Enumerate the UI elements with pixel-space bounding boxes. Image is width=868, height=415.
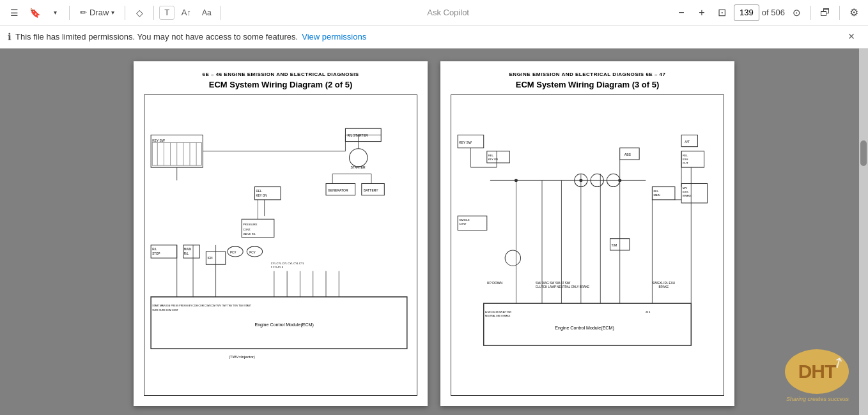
svg-text:1    2    3    4    5    6: 1 2 3 4 5 6 [271, 266, 284, 269]
divider-5 [810, 6, 811, 20]
svg-text:BATTERY: BATTERY [364, 188, 379, 192]
permission-bar: ℹ This file has limited permissions. You… [0, 26, 868, 49]
svg-text:REL.: REL. [653, 190, 659, 193]
svg-point-86 [505, 250, 520, 266]
page-right-header: ENGINE EMISSION AND ELECTRICAL DIAGNOSIS… [451, 72, 724, 77]
svg-text:BRAKE: BRAKE [683, 194, 692, 197]
draw-button[interactable]: ✏ Draw ▾ [75, 6, 120, 19]
svg-text:KEY ON: KEY ON [256, 194, 267, 197]
page-left-title: ECM System Wiring Diagram (2 of 5) [144, 80, 417, 89]
draw-label: Draw [89, 8, 109, 17]
share-icon[interactable]: 🗗 [816, 4, 834, 22]
svg-point-117 [515, 179, 518, 182]
svg-text:Engine Control Module(ECM): Engine Control Module(ECM) [555, 326, 614, 331]
svg-text:KEY SW: KEY SW [152, 139, 165, 142]
divider-2 [125, 6, 125, 20]
svg-text:START  MAIN   IGN  PRESS  PRES: START MAIN IGN PRESS PRESS KEY COM COM C… [152, 305, 252, 307]
pdf-page-right: ENGINE EMISSION AND ELECTRICAL DIAGNOSIS… [440, 61, 734, 406]
diagram-left: KEY SW R/L STARTER STARTER GENERATOR [144, 94, 417, 396]
svg-text:R/L: R/L [184, 252, 189, 255]
svg-rect-34 [183, 245, 199, 258]
svg-text:CYL CYL CYL CYL CYL CYL: CYL CYL CYL CYL CYL CYL [271, 262, 305, 265]
svg-text:VALVE R/L: VALVE R/L [243, 232, 256, 236]
watermark: DHT ↗ Sharing creates success [785, 349, 849, 402]
svg-text:EXH.: EXH. [683, 190, 688, 193]
zoom-in-button[interactable]: + [693, 4, 711, 22]
eraser-icon[interactable]: ◇ [130, 4, 148, 22]
find-icon[interactable]: ⊙ [787, 4, 805, 22]
svg-text:CLUTCH LAMP NEUTRAL ONLY BRAKE: CLUTCH LAMP NEUTRAL ONLY BRAKE [536, 285, 589, 289]
svg-text:12  20  100  38  SW A/T  SW/: 12 20 100 38 SW A/T SW/ [485, 311, 511, 313]
svg-text:REL.: REL. [256, 190, 262, 193]
font-size-icon[interactable]: A↑ [177, 4, 195, 22]
svg-text:STOP: STOP [152, 252, 160, 255]
divider-4 [221, 6, 221, 20]
wiring-diagram-left: KEY SW R/L STARTER STARTER GENERATOR [144, 116, 417, 375]
page-left-header: 6E – 46 ENGINE EMISSION AND ELECTRICAL D… [144, 72, 417, 77]
divider-1 [69, 6, 70, 20]
divider-6 [839, 6, 840, 20]
svg-point-116 [618, 179, 621, 182]
ask-copilot-text[interactable]: Ask Copilot [226, 8, 670, 17]
svg-text:IGN: IGN [207, 257, 212, 260]
svg-text:PRESSURE: PRESSURE [243, 223, 258, 227]
svg-text:T/M: T/M [612, 243, 617, 247]
scrollbar-thumb[interactable] [860, 140, 867, 166]
fit-page-icon[interactable]: ⊡ [713, 4, 731, 22]
page-right-title: ECM System Wiring Diagram (3 of 5) [451, 80, 724, 89]
info-icon: ℹ [8, 31, 12, 43]
bookmark-icon[interactable]: 🔖 [26, 4, 43, 22]
toolbar: ☰ 🔖 ▾ ✏ Draw ▾ ◇ T A↑ Aa Ask Copilot − +… [0, 0, 868, 26]
scrollbar[interactable] [859, 49, 868, 415]
text-box-icon[interactable]: T [159, 6, 174, 20]
page-of-label: of 506 [762, 8, 785, 17]
svg-text:SW/  DIAG  SW   SW AT  SW/: SW/ DIAG SW SW AT SW/ [536, 282, 571, 285]
svg-text:MAIN: MAIN [653, 193, 660, 197]
svg-text:MAIN: MAIN [184, 248, 191, 251]
svg-text:SURE  SURE        COM        C: SURE SURE COM CONT [152, 309, 179, 312]
svg-text:ABS: ABS [624, 153, 632, 156]
permission-close-button[interactable]: × [842, 28, 860, 46]
diagram-right: KEY SW REL. KEY ON ABS A/T REL. EXH CUT … [451, 94, 724, 396]
page-navigation: of 506 [734, 4, 785, 21]
svg-text:SW/EXH  RL EXH: SW/EXH RL EXH [652, 282, 674, 285]
svg-rect-18 [254, 187, 281, 200]
svg-text:Engine Control Module(ECM): Engine Control Module(ECM) [254, 322, 313, 328]
svg-text:NEUTRAL  ONLY  BRAKE: NEUTRAL ONLY BRAKE [485, 315, 511, 318]
svg-text:GENERATOR: GENERATOR [328, 188, 348, 192]
svg-text:PCV: PCV [249, 251, 256, 254]
svg-text:REL.: REL. [683, 154, 688, 157]
watermark-tagline: Sharing creates success [786, 396, 849, 402]
svg-text:PCV: PCV [230, 251, 236, 254]
svg-rect-31 [151, 245, 177, 258]
view-permissions-link[interactable]: View permissions [302, 32, 366, 42]
svg-text:A/T: A/T [685, 140, 690, 144]
settings-icon[interactable]: ⚙ [845, 4, 863, 22]
svg-text:CONT: CONT [459, 223, 467, 226]
svg-rect-97 [484, 303, 692, 345]
svg-text:SW/IDLE: SW/IDLE [459, 218, 470, 222]
pdf-page-left: 6E – 46 ENGINE EMISSION AND ELECTRICAL D… [134, 61, 428, 406]
watermark-dht-text: DHT [798, 361, 836, 382]
toolbar-right: − + ⊡ of 506 ⊙ 🗗 ⚙ [672, 4, 863, 22]
aa-icon[interactable]: Aa [198, 4, 215, 22]
svg-text:KEY SW: KEY SW [459, 140, 472, 144]
bookmark-chevron-icon[interactable]: ▾ [46, 4, 64, 22]
svg-text:CONT.: CONT. [243, 228, 251, 231]
svg-text:R/L STARTER: R/L STARTER [347, 134, 368, 138]
permission-message: This file has limited permissions. You m… [15, 32, 298, 42]
content-area: 6E – 46 ENGINE EMISSION AND ELECTRICAL D… [0, 49, 868, 415]
svg-text:UP  DOWN: UP DOWN [487, 281, 503, 285]
svg-text:(TWV=Injector): (TWV=Injector) [229, 354, 255, 359]
page-number-input[interactable] [734, 4, 759, 21]
watermark-circle: DHT ↗ [785, 349, 849, 394]
svg-text:BRAKE: BRAKE [659, 285, 669, 289]
zoom-out-button[interactable]: − [672, 4, 690, 22]
draw-chevron-icon: ▾ [111, 9, 114, 16]
svg-text:EXH: EXH [683, 158, 688, 161]
svg-point-12 [350, 149, 368, 167]
svg-text:M/V: M/V [683, 186, 687, 190]
svg-text:STARTER: STARTER [351, 165, 366, 169]
wiring-diagram-right: KEY SW REL. KEY ON ABS A/T REL. EXH CUT … [451, 116, 724, 375]
hamburger-icon[interactable]: ☰ [5, 4, 23, 22]
